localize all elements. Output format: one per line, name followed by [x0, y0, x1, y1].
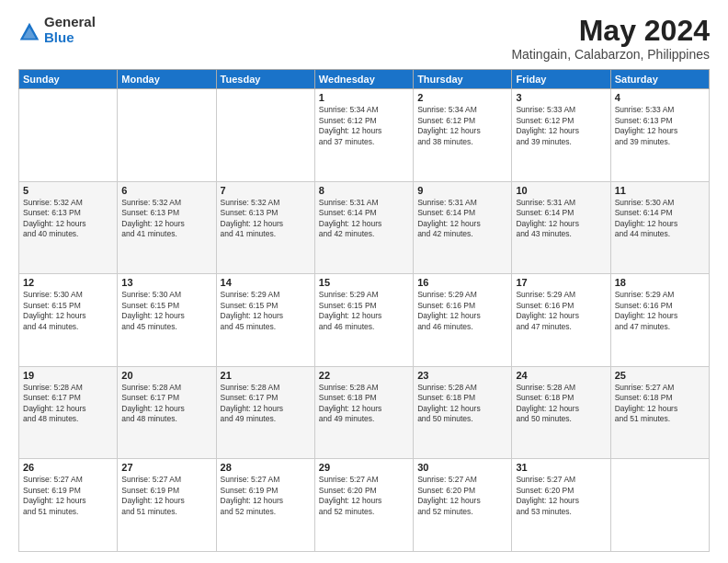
day-cell: [118, 89, 216, 182]
day-number: 19: [23, 370, 113, 381]
day-cell: 7Sunrise: 5:32 AM Sunset: 6:13 PM Daylig…: [216, 181, 314, 274]
day-number: 5: [23, 185, 113, 196]
day-info: Sunrise: 5:32 AM Sunset: 6:13 PM Dayligh…: [121, 198, 211, 240]
day-number: 14: [221, 277, 311, 288]
weekday-saturday: Saturday: [610, 70, 709, 89]
day-number: 22: [319, 370, 409, 381]
day-number: 9: [417, 185, 507, 196]
day-number: 27: [121, 462, 211, 473]
logo: General Blue: [18, 15, 96, 45]
day-number: 13: [121, 277, 211, 288]
day-info: Sunrise: 5:32 AM Sunset: 6:13 PM Dayligh…: [221, 198, 311, 240]
day-info: Sunrise: 5:33 AM Sunset: 6:12 PM Dayligh…: [516, 105, 606, 147]
day-info: Sunrise: 5:28 AM Sunset: 6:17 PM Dayligh…: [121, 383, 211, 425]
day-cell: 27Sunrise: 5:27 AM Sunset: 6:19 PM Dayli…: [118, 459, 216, 552]
day-number: 11: [615, 185, 705, 196]
day-info: Sunrise: 5:27 AM Sunset: 6:20 PM Dayligh…: [319, 475, 409, 517]
day-cell: 1Sunrise: 5:34 AM Sunset: 6:12 PM Daylig…: [314, 89, 413, 182]
day-cell: 31Sunrise: 5:27 AM Sunset: 6:20 PM Dayli…: [512, 459, 610, 552]
day-info: Sunrise: 5:31 AM Sunset: 6:14 PM Dayligh…: [516, 198, 606, 240]
weekday-tuesday: Tuesday: [216, 70, 314, 89]
day-number: 6: [121, 185, 211, 196]
day-info: Sunrise: 5:29 AM Sunset: 6:16 PM Dayligh…: [417, 290, 507, 332]
day-number: 20: [121, 370, 211, 381]
day-info: Sunrise: 5:28 AM Sunset: 6:18 PM Dayligh…: [319, 383, 409, 425]
day-cell: 14Sunrise: 5:29 AM Sunset: 6:15 PM Dayli…: [216, 274, 314, 367]
day-info: Sunrise: 5:32 AM Sunset: 6:13 PM Dayligh…: [23, 198, 113, 240]
day-cell: 3Sunrise: 5:33 AM Sunset: 6:12 PM Daylig…: [512, 89, 610, 182]
day-number: 25: [615, 370, 705, 381]
day-cell: 9Sunrise: 5:31 AM Sunset: 6:14 PM Daylig…: [414, 181, 512, 274]
day-cell: 5Sunrise: 5:32 AM Sunset: 6:13 PM Daylig…: [19, 181, 118, 274]
day-number: 1: [319, 92, 409, 103]
day-info: Sunrise: 5:27 AM Sunset: 6:18 PM Dayligh…: [615, 383, 705, 425]
day-number: 31: [516, 462, 606, 473]
day-info: Sunrise: 5:33 AM Sunset: 6:13 PM Dayligh…: [615, 105, 705, 147]
day-cell: 24Sunrise: 5:28 AM Sunset: 6:18 PM Dayli…: [512, 366, 610, 459]
day-number: 12: [23, 277, 113, 288]
day-cell: 11Sunrise: 5:30 AM Sunset: 6:14 PM Dayli…: [610, 181, 709, 274]
day-number: 15: [319, 277, 409, 288]
day-cell: 2Sunrise: 5:34 AM Sunset: 6:12 PM Daylig…: [414, 89, 512, 182]
location: Matingain, Calabarzon, Philippines: [511, 47, 710, 62]
day-info: Sunrise: 5:31 AM Sunset: 6:14 PM Dayligh…: [319, 198, 409, 240]
day-cell: 12Sunrise: 5:30 AM Sunset: 6:15 PM Dayli…: [19, 274, 118, 367]
day-info: Sunrise: 5:30 AM Sunset: 6:14 PM Dayligh…: [615, 198, 705, 240]
day-number: 8: [319, 185, 409, 196]
day-cell: [19, 89, 118, 182]
logo-blue: Blue: [44, 30, 96, 46]
weekday-header-row: SundayMondayTuesdayWednesdayThursdayFrid…: [19, 70, 710, 89]
logo-general: General: [44, 15, 96, 30]
day-info: Sunrise: 5:28 AM Sunset: 6:17 PM Dayligh…: [221, 383, 311, 425]
day-info: Sunrise: 5:29 AM Sunset: 6:16 PM Dayligh…: [615, 290, 705, 332]
weekday-thursday: Thursday: [414, 70, 512, 89]
day-number: 17: [516, 277, 606, 288]
day-cell: 15Sunrise: 5:29 AM Sunset: 6:15 PM Dayli…: [314, 274, 413, 367]
day-number: 29: [319, 462, 409, 473]
week-row-4: 26Sunrise: 5:27 AM Sunset: 6:19 PM Dayli…: [19, 459, 710, 552]
day-number: 28: [221, 462, 311, 473]
day-info: Sunrise: 5:27 AM Sunset: 6:19 PM Dayligh…: [121, 475, 211, 517]
month-title: May 2024: [511, 15, 710, 47]
weekday-wednesday: Wednesday: [314, 70, 413, 89]
day-number: 23: [417, 370, 507, 381]
calendar-body: 1Sunrise: 5:34 AM Sunset: 6:12 PM Daylig…: [19, 89, 710, 552]
day-info: Sunrise: 5:30 AM Sunset: 6:15 PM Dayligh…: [23, 290, 113, 332]
day-cell: 21Sunrise: 5:28 AM Sunset: 6:17 PM Dayli…: [216, 366, 314, 459]
day-number: 3: [516, 92, 606, 103]
day-info: Sunrise: 5:27 AM Sunset: 6:20 PM Dayligh…: [417, 475, 507, 517]
day-info: Sunrise: 5:27 AM Sunset: 6:19 PM Dayligh…: [221, 475, 311, 517]
day-number: 7: [221, 185, 311, 196]
day-number: 21: [221, 370, 311, 381]
day-info: Sunrise: 5:28 AM Sunset: 6:18 PM Dayligh…: [516, 383, 606, 425]
day-cell: 6Sunrise: 5:32 AM Sunset: 6:13 PM Daylig…: [118, 181, 216, 274]
day-cell: 18Sunrise: 5:29 AM Sunset: 6:16 PM Dayli…: [610, 274, 709, 367]
day-number: 18: [615, 277, 705, 288]
weekday-sunday: Sunday: [19, 70, 118, 89]
day-cell: [216, 89, 314, 182]
day-number: 16: [417, 277, 507, 288]
day-cell: 26Sunrise: 5:27 AM Sunset: 6:19 PM Dayli…: [19, 459, 118, 552]
day-info: Sunrise: 5:29 AM Sunset: 6:16 PM Dayligh…: [516, 290, 606, 332]
day-number: 26: [23, 462, 113, 473]
day-info: Sunrise: 5:28 AM Sunset: 6:17 PM Dayligh…: [23, 383, 113, 425]
day-cell: 29Sunrise: 5:27 AM Sunset: 6:20 PM Dayli…: [314, 459, 413, 552]
day-cell: 30Sunrise: 5:27 AM Sunset: 6:20 PM Dayli…: [414, 459, 512, 552]
title-block: May 2024 Matingain, Calabarzon, Philippi…: [511, 15, 710, 62]
day-cell: [610, 459, 709, 552]
day-number: 2: [417, 92, 507, 103]
day-info: Sunrise: 5:27 AM Sunset: 6:20 PM Dayligh…: [516, 475, 606, 517]
day-info: Sunrise: 5:31 AM Sunset: 6:14 PM Dayligh…: [417, 198, 507, 240]
day-info: Sunrise: 5:30 AM Sunset: 6:15 PM Dayligh…: [121, 290, 211, 332]
day-info: Sunrise: 5:29 AM Sunset: 6:15 PM Dayligh…: [221, 290, 311, 332]
day-cell: 19Sunrise: 5:28 AM Sunset: 6:17 PM Dayli…: [19, 366, 118, 459]
page: General Blue May 2024 Matingain, Calabar…: [0, 0, 728, 563]
day-info: Sunrise: 5:27 AM Sunset: 6:19 PM Dayligh…: [23, 475, 113, 517]
day-cell: 22Sunrise: 5:28 AM Sunset: 6:18 PM Dayli…: [314, 366, 413, 459]
day-number: 4: [615, 92, 705, 103]
week-row-2: 12Sunrise: 5:30 AM Sunset: 6:15 PM Dayli…: [19, 274, 710, 367]
weekday-monday: Monday: [118, 70, 216, 89]
day-cell: 25Sunrise: 5:27 AM Sunset: 6:18 PM Dayli…: [610, 366, 709, 459]
day-cell: 28Sunrise: 5:27 AM Sunset: 6:19 PM Dayli…: [216, 459, 314, 552]
day-cell: 23Sunrise: 5:28 AM Sunset: 6:18 PM Dayli…: [414, 366, 512, 459]
